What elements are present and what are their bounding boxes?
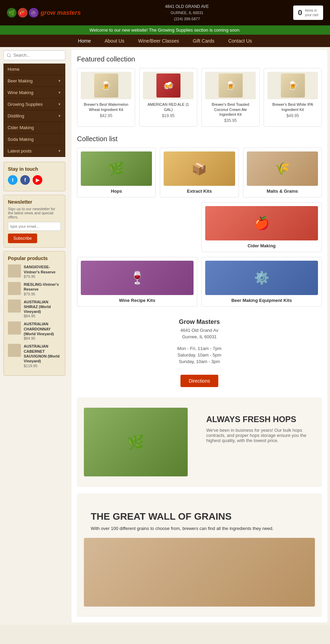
social-icons: t f ▶: [8, 175, 61, 185]
product-thumbnail: [8, 264, 21, 278]
list-item[interactable]: AUSTRALIAN CABERNET SAUVIGNON (World Vin…: [8, 344, 61, 368]
chevron-down-icon: ▼: [58, 102, 61, 106]
promo-hops-image-area: 🌿: [84, 408, 188, 476]
product-card[interactable]: 🍺 Brewer's Best Toasted Coconut Cream Al…: [201, 68, 260, 127]
store-address1: 4641 Old Grand Av: [84, 328, 315, 333]
collection-image-cider: 🍎: [205, 206, 318, 240]
logo-icon-green: 🌿: [7, 8, 16, 18]
logo-icon-purple: 🍇: [29, 8, 38, 18]
sidebar-item-latest-posts[interactable]: Latest posts ▼: [3, 145, 65, 157]
nav-classes[interactable]: Wine/Beer Classes: [131, 35, 186, 47]
logo-icon-red: 🍅: [18, 8, 28, 18]
popular-products-title: Popular products: [8, 256, 61, 261]
subscribe-button[interactable]: Subscribe: [8, 234, 37, 243]
collection-card-equipment[interactable]: ⚙️ Beer Making Equipment Kits: [201, 257, 322, 307]
product-info: AUSTRALIAN CHARDONNAY (World Vineyard) $…: [24, 321, 61, 340]
promo-grains-section: THE GREAT WALL OF GRAINS With over 100 d…: [77, 494, 322, 617]
directions-button[interactable]: Directions: [180, 375, 218, 387]
nav-giftcards[interactable]: Gift Cards: [186, 35, 221, 47]
sidebar: Home Beer Making ▼ Wine Making ▼ Growing…: [0, 47, 69, 625]
list-item[interactable]: AUSTRALIAN CHARDONNAY (World Vineyard) $…: [8, 321, 61, 340]
address-line3: (224) 399-5877: [165, 16, 209, 22]
promo-grains-text: THE GREAT WALL OF GRAINS With over 100 d…: [84, 504, 315, 538]
collection-image-hops: 🌿: [81, 151, 152, 186]
collection-card-cider[interactable]: 🍎 Cider Making: [201, 202, 322, 252]
cart-count: 0: [298, 8, 302, 17]
twitter-icon[interactable]: t: [8, 175, 18, 185]
newsletter-title: Newsletter: [8, 199, 61, 205]
nav-home[interactable]: Home: [71, 35, 98, 47]
chevron-down-icon: ▼: [58, 91, 61, 94]
collection-image-wine: 🍷: [81, 261, 194, 295]
product-card[interactable]: 🍺 Brewer's Best Watermelon Wheat Ingredi…: [77, 68, 135, 127]
logo-text: grow masters: [41, 9, 81, 16]
collection-grid-row3: 🍷 Wine Recipe Kits ⚙️ Beer Making Equipm…: [77, 257, 322, 307]
chevron-down-icon: ▼: [58, 79, 61, 83]
promo-hops-section: 🌿 ALWAYS FRESH HOPS We've been in busine…: [77, 397, 322, 487]
collection-grid-row2: 🍎 Cider Making: [77, 202, 322, 252]
store-hours1: Mon - Fri, 11am - 7pm: [84, 346, 315, 351]
sidebar-menu: Home Beer Making ▼ Wine Making ▼ Growing…: [3, 64, 65, 157]
list-item[interactable]: RIESLING-Vintner's Reserve $79.95: [8, 282, 61, 296]
sidebar-item-distilling[interactable]: Distilling ▼: [3, 110, 65, 122]
nav-contact[interactable]: Contact Us: [221, 35, 259, 47]
store-name: Grow Masters: [84, 318, 315, 326]
sidebar-item-growing-supplies[interactable]: Growing Supplies ▼: [3, 99, 65, 110]
chevron-down-icon: ▼: [58, 149, 61, 153]
collection-image-extract: 📦: [164, 151, 235, 186]
featured-collection-title: Featured collection: [77, 55, 322, 63]
product-card[interactable]: 🍺 Brewer's Best White IPA Ingredient Kit…: [264, 68, 322, 127]
youtube-icon[interactable]: ▶: [33, 175, 42, 185]
cart-area[interactable]: 0 Items in your cart: [293, 5, 323, 20]
newsletter-description: Sign up to our newsletter for the latest…: [8, 207, 61, 219]
collection-grid: 🌿 Hops 📦 Extract Kits 🌾 Malts & Grains: [77, 148, 322, 197]
product-image: 🍺: [81, 72, 131, 99]
product-image: 🍺: [205, 72, 256, 99]
list-item[interactable]: SANGIOVESE- Vintner's Reserve $79.95: [8, 264, 61, 279]
store-address2: Gurnee, IL 60031: [84, 334, 315, 339]
logo-icons: 🌿 🍅 🍇: [7, 8, 38, 18]
collection-card-wine-kits[interactable]: 🍷 Wine Recipe Kits: [77, 257, 197, 307]
product-thumbnail: [8, 282, 21, 295]
cart-label: Items in your cart: [305, 8, 318, 17]
newsletter-section: Newsletter Sign up to our newsletter for…: [3, 195, 65, 248]
store-info: Grow Masters 4641 Old Grand Av Gurnee, I…: [77, 312, 322, 394]
facebook-icon[interactable]: f: [20, 175, 30, 185]
main-nav: Home About Us Wine/Beer Classes Gift Car…: [0, 35, 330, 47]
promo-hops-title: ALWAYS FRESH HOPS: [206, 415, 308, 424]
site-header: 🌿 🍅 🍇 grow masters 4841 OLD GRAND AVE GU…: [0, 0, 330, 25]
main-content: Featured collection 🍺 Brewer's Best Wate…: [72, 50, 327, 622]
collection-card-extract-kits[interactable]: 📦 Extract Kits: [160, 148, 239, 197]
sidebar-item-home[interactable]: Home: [3, 64, 65, 75]
content-area: Home Beer Making ▼ Wine Making ▼ Growing…: [0, 47, 330, 625]
collection-image-malts: 🌾: [247, 151, 318, 186]
address-line2: GURNEE, IL 60031: [165, 10, 209, 16]
sidebar-item-wine-making[interactable]: Wine Making ▼: [3, 87, 65, 99]
newsletter-email-input[interactable]: [8, 222, 61, 231]
collection-image-equipment: ⚙️: [205, 261, 318, 295]
collection-card-malts-grains[interactable]: 🌾 Malts & Grains: [243, 148, 322, 197]
sidebar-item-beer-making[interactable]: Beer Making ▼: [3, 75, 65, 87]
product-info: AUSTRALIAN SHIRAZ (World Vineyard) $84.9…: [24, 300, 61, 318]
product-info: RIESLING-Vintner's Reserve $79.95: [24, 282, 61, 296]
store-hours2: Saturday, 10am - 5pm: [84, 352, 315, 358]
store-hours3: Sunday, 10am - 3pm: [84, 359, 315, 364]
sidebar-item-cider-making[interactable]: Cider Making: [3, 122, 65, 134]
header-address: 4841 OLD GRAND AVE GURNEE, IL 60031 (224…: [165, 3, 209, 22]
chevron-down-icon: ▼: [58, 114, 61, 118]
list-item[interactable]: AUSTRALIAN SHIRAZ (World Vineyard) $84.9…: [8, 300, 61, 318]
collection-list-title: Collection list: [77, 135, 322, 143]
address-line1: 4841 OLD GRAND AVE: [165, 3, 209, 10]
product-thumbnail: [8, 344, 21, 357]
collection-card-hops[interactable]: 🌿 Hops: [77, 148, 156, 197]
nav-about[interactable]: About Us: [98, 35, 131, 47]
sidebar-item-soda-making[interactable]: Soda Making: [3, 134, 65, 145]
promo-hops-description: We've been in business for years! Our bu…: [206, 428, 308, 443]
product-thumbnail: [8, 300, 21, 313]
product-info: SANGIOVESE- Vintner's Reserve $79.95: [24, 264, 61, 279]
logo-area[interactable]: 🌿 🍅 🍇 grow masters: [7, 8, 81, 18]
promo-grains-description: With over 100 different grains to choose…: [91, 526, 308, 531]
popular-products-section: Popular products SANGIOVESE- Vintner's R…: [3, 251, 65, 375]
product-card[interactable]: 🍻 AMERICAN RED ALE (1 GAL) $19.95: [139, 68, 197, 127]
search-input[interactable]: [3, 50, 65, 60]
